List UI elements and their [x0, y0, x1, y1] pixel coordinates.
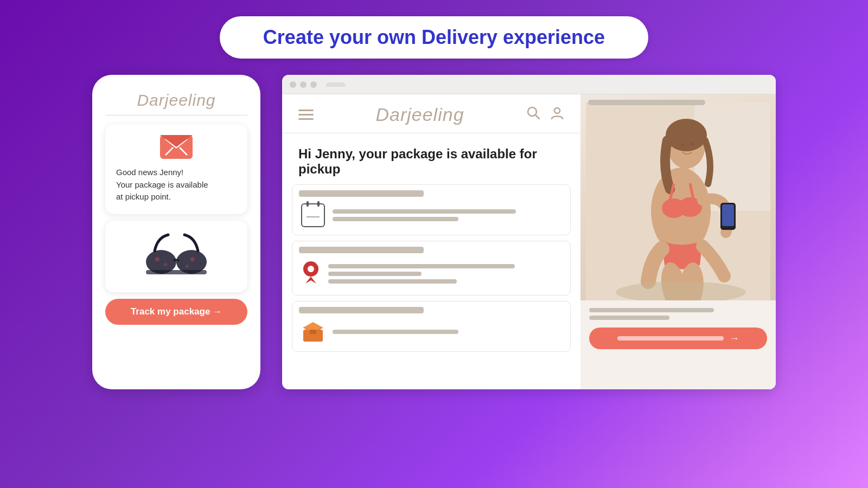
- user-icon[interactable]: [550, 106, 564, 124]
- main-content: Darjeeling Good news Jenny! Your package…: [92, 75, 776, 389]
- notification-text: Good news Jenny! Your package is availab…: [116, 166, 237, 203]
- browser-bar: [282, 75, 776, 94]
- info-cards-list: [282, 184, 580, 389]
- svg-point-12: [554, 108, 560, 113]
- svg-point-7: [190, 257, 195, 261]
- svg-point-8: [186, 265, 189, 268]
- track-package-button[interactable]: Track my package →: [105, 299, 247, 325]
- phone-mockup: Darjeeling Good news Jenny! Your package…: [92, 75, 260, 389]
- bra-product-svg: [138, 229, 214, 284]
- svg-point-5: [155, 257, 159, 261]
- browser-tab: [326, 82, 346, 87]
- svg-point-6: [164, 263, 167, 266]
- card-line: [328, 272, 422, 276]
- info-card-location: [292, 241, 571, 296]
- woman-product-svg: [586, 102, 770, 300]
- info-card-calendar: [292, 184, 571, 235]
- email-icon: [160, 135, 193, 159]
- card-line: [328, 279, 457, 284]
- browser-dot-3: [310, 81, 317, 88]
- card-line: [333, 209, 516, 214]
- browser-dot-1: [290, 81, 296, 88]
- header-title: Create your own Delivery experience: [263, 26, 605, 49]
- card-text-lines: [333, 209, 561, 221]
- product-cta-button[interactable]: →: [589, 328, 767, 349]
- phone-divider: [105, 115, 247, 115]
- calendar-icon: [301, 203, 325, 227]
- svg-point-33: [681, 143, 684, 146]
- svg-point-14: [308, 266, 314, 272]
- svg-point-34: [691, 143, 694, 146]
- browser-left-panel: Darjeeling: [282, 94, 580, 389]
- card-line: [333, 217, 458, 221]
- cta-text-line: [589, 308, 714, 312]
- product-image-header-bar: [588, 100, 705, 105]
- svg-rect-9: [146, 270, 207, 274]
- package-box-icon: [301, 320, 325, 344]
- product-cta-area: →: [580, 300, 776, 357]
- pickup-heading: Hi Jenny, your package is available for …: [282, 133, 580, 184]
- cta-text-line: [589, 316, 669, 320]
- hamburger-menu-icon[interactable]: [298, 110, 314, 120]
- browser-mockup: Darjeeling: [282, 75, 776, 389]
- card-line: [333, 330, 458, 334]
- card-body: [292, 197, 570, 235]
- browser-dot-2: [300, 81, 307, 88]
- card-header-bar: [299, 307, 424, 313]
- card-body: [292, 313, 570, 351]
- browser-brand-name: Darjeeling: [375, 104, 464, 125]
- svg-point-24: [666, 119, 707, 151]
- product-image-area: [580, 94, 776, 300]
- phone-brand-name: Darjeeling: [137, 91, 215, 110]
- notification-card: Good news Jenny! Your package is availab…: [105, 124, 247, 214]
- svg-rect-32: [722, 204, 734, 226]
- browser-right-panel: →: [580, 94, 776, 389]
- cta-button-label: [617, 336, 724, 341]
- browser-nav: Darjeeling: [282, 94, 580, 133]
- svg-rect-19: [310, 330, 316, 334]
- card-header-bar: [299, 190, 424, 197]
- card-line: [328, 264, 515, 268]
- product-cta-lines: [589, 308, 767, 320]
- cta-arrow-icon: →: [729, 333, 739, 344]
- header-banner: Create your own Delivery experience: [220, 16, 648, 59]
- nav-icons: [526, 106, 564, 124]
- info-card-package: [292, 301, 571, 352]
- location-pin-icon: [301, 260, 321, 287]
- search-icon[interactable]: [526, 106, 540, 124]
- card-body: [292, 253, 570, 295]
- card-text-lines: [328, 264, 561, 284]
- product-image-card: [105, 221, 247, 292]
- card-text-lines: [333, 330, 561, 334]
- browser-content: Darjeeling: [282, 94, 776, 389]
- card-header-bar: [299, 247, 424, 253]
- svg-line-11: [535, 115, 539, 119]
